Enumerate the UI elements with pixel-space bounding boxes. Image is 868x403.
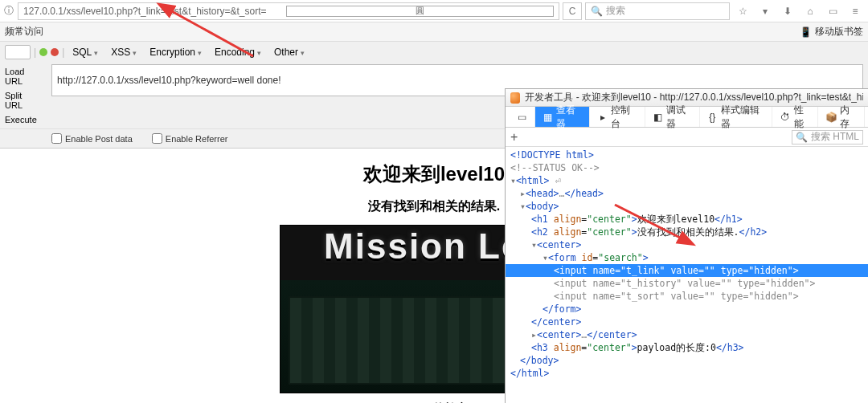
url-text: 127.0.0.1/xss/level10.php?t_link=test&t_… — [23, 6, 286, 17]
dot-red-icon — [51, 48, 59, 56]
search-icon: 🔍 — [796, 132, 808, 143]
refresh-icon[interactable]: C — [563, 2, 582, 20]
execute-button[interactable]: Execute — [0, 112, 47, 127]
info-icon[interactable]: ⓘ — [3, 6, 14, 17]
tab-console[interactable]: ▸控制台 — [590, 107, 645, 127]
html-search-input[interactable]: 🔍 搜索 HTML — [792, 130, 863, 145]
menu-encoding[interactable]: Encoding — [210, 45, 266, 59]
pocket-icon[interactable]: ▾ — [755, 2, 775, 20]
new-node-icon[interactable]: + — [510, 130, 518, 145]
hackbar-tab-icon[interactable] — [5, 45, 31, 59]
mobile-bookmarks-icon[interactable]: 📱 — [800, 26, 812, 38]
dot-green-icon — [39, 48, 47, 56]
menu-xss[interactable]: XSS — [106, 45, 141, 59]
pick-element-icon[interactable]: ▭ — [509, 107, 535, 127]
search-icon: 🔍 — [591, 6, 603, 17]
dom-tree[interactable]: <!DOCTYPE html> <!--STATUS OK--> ▾<html>… — [506, 147, 868, 403]
tab-style[interactable]: {}样式编辑器 — [700, 107, 772, 127]
load-url-button[interactable]: Load URL — [0, 64, 47, 88]
devtools-title-text: 开发者工具 - 欢迎来到level10 - http://127.0.0.1/x… — [525, 91, 863, 104]
menu-icon[interactable]: ≡ — [845, 2, 865, 20]
search-input[interactable]: 🔍 搜索 — [585, 2, 730, 20]
search-placeholder: 搜索 — [606, 4, 625, 18]
menu-other[interactable]: Other — [269, 45, 309, 59]
download-icon[interactable]: ⬇ — [778, 2, 797, 20]
firefox-icon — [510, 92, 520, 104]
menu-encryption[interactable]: Encryption — [145, 45, 207, 59]
reader-icon[interactable]: 圓 — [286, 6, 554, 17]
split-url-button[interactable]: Split URL — [0, 88, 47, 112]
bookmarks-label[interactable]: 频常访问 — [5, 25, 43, 39]
home-icon[interactable]: ⌂ — [800, 2, 820, 20]
mobile-bookmarks-label[interactable]: 移动版书签 — [815, 25, 863, 39]
enable-referrer-checkbox[interactable]: Enable Referrer — [152, 133, 228, 144]
menu-sql[interactable]: SQL — [68, 45, 103, 59]
devtools-panel: 开发者工具 - 欢迎来到level10 - http://127.0.0.1/x… — [505, 88, 868, 403]
tab-debugger[interactable]: ◧调试器 — [645, 107, 700, 127]
window-icon[interactable]: ▭ — [823, 2, 842, 20]
selected-node[interactable]: <input name="t_link" value="" type="hidd… — [506, 264, 868, 277]
url-bar[interactable]: 127.0.0.1/xss/level10.php?t_link=test&t_… — [18, 2, 559, 20]
tab-performance[interactable]: ⏱性能 — [772, 107, 819, 127]
enable-post-checkbox[interactable]: Enable Post data — [51, 133, 133, 144]
star-icon[interactable]: ☆ — [733, 2, 752, 20]
tab-inspector[interactable]: ▦查看器 — [535, 107, 590, 127]
tab-memory[interactable]: 📦内存 — [818, 107, 865, 127]
